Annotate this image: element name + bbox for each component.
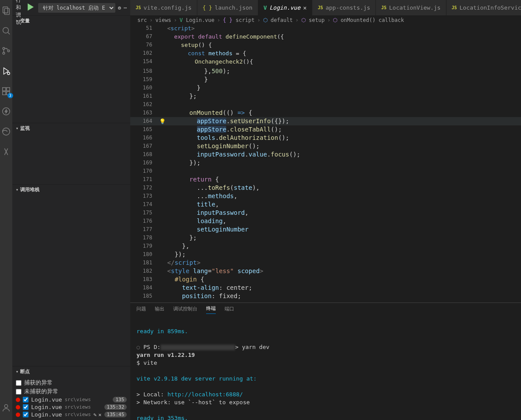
svg-point-6: [7, 50, 10, 52]
sticky-line[interactable]: 102 const methods = {: [130, 50, 521, 58]
code-line[interactable]: 173 ...methods,: [130, 192, 521, 200]
terminal[interactable]: ready in 859ms. ○ PS D:> yarn dev yarn r…: [130, 316, 521, 420]
code-line[interactable]: 163 onMounted(() => {: [130, 109, 521, 117]
code-line[interactable]: 166 tools.delAuthorization();: [130, 134, 521, 142]
code-editor[interactable]: 158 },500);159 }160 }161 };162163 onMoun…: [130, 67, 521, 303]
code-line[interactable]: 185 position: fixed;: [130, 292, 521, 300]
watch-section[interactable]: ▾监视: [12, 123, 130, 133]
close-icon[interactable]: ✕: [98, 412, 101, 418]
debug-sidebar: 运行和调试 针对 localhost 启动 E ⚙ ⋯ ▾变量 ▾监视 ▾调用堆…: [12, 0, 130, 420]
panel-tab-端口[interactable]: 端口: [225, 306, 234, 314]
breadcrumb-item[interactable]: ⬡ onMounted() callback: [333, 17, 404, 23]
extensions-icon[interactable]: 3: [0, 85, 12, 97]
callstack-section[interactable]: ▾调用堆栈: [12, 185, 130, 195]
svg-rect-0: [3, 7, 8, 13]
breakpoints-list: 捕获的异常 未捕获的异常 Login.vuesrc\views 135 Logi…: [12, 377, 130, 420]
start-debug-button[interactable]: [26, 2, 36, 13]
code-line[interactable]: 184 text-align: center;: [130, 284, 521, 292]
tab-LocationInfoService.js[interactable]: JSLocationInfoService.js: [446, 0, 521, 15]
code-line[interactable]: 171 return {: [130, 175, 521, 184]
tools-icon[interactable]: [0, 146, 12, 158]
code-line[interactable]: 172 ...toRefs(state),: [130, 184, 521, 192]
tab-Login.vue[interactable]: VLogin.vue×: [258, 0, 313, 15]
breadcrumb-item[interactable]: { } script: [223, 17, 254, 23]
sticky-line[interactable]: 76 setup() {: [130, 42, 521, 50]
code-line[interactable]: 167 setLoginNumber();: [130, 142, 521, 150]
extensions-badge: 3: [7, 93, 13, 98]
code-line[interactable]: 182<style lang="less" scoped>: [130, 267, 521, 275]
code-line[interactable]: 168 inputPassword.value.focus();: [130, 150, 521, 159]
gear-icon[interactable]: ⚙: [118, 5, 121, 11]
chevron-down-icon: ▾: [16, 187, 18, 192]
tab-launch.json[interactable]: { }launch.json: [197, 0, 258, 15]
edit-icon[interactable]: ✎: [93, 412, 96, 418]
code-line[interactable]: 180 });: [130, 250, 521, 259]
breadcrumb-item[interactable]: ⬡ default: [263, 17, 293, 23]
code-line[interactable]: 164💡 appStore.setUserInfo({});: [130, 117, 521, 125]
sticky-line[interactable]: 154 Onchangecheck2(){: [130, 58, 521, 67]
code-line[interactable]: 175 inputPassword,: [130, 209, 521, 217]
code-line[interactable]: 181</script>: [130, 259, 521, 267]
panel-tab-输出[interactable]: 输出: [155, 306, 164, 314]
panel-tab-终端[interactable]: 终端: [206, 305, 216, 314]
tab-app-consts.js[interactable]: JSapp-consts.js: [312, 0, 376, 15]
debug-header: 运行和调试 针对 localhost 启动 E ⚙ ⋯: [12, 0, 130, 15]
code-line[interactable]: 174 title,: [130, 200, 521, 209]
breakpoint-item[interactable]: Login.vuesrc\views 135:32: [16, 403, 127, 411]
code-line[interactable]: 160 }: [130, 84, 521, 92]
sticky-line[interactable]: 67 export default defineComponent({: [130, 33, 521, 42]
close-icon[interactable]: ×: [303, 4, 307, 11]
code-line[interactable]: 170: [130, 167, 521, 175]
sticky-line[interactable]: 51<script>: [130, 25, 521, 33]
panel-tab-调试控制台[interactable]: 调试控制台: [173, 306, 197, 314]
lightbulb-icon[interactable]: 💡: [159, 117, 166, 126]
uncaught-exceptions[interactable]: 未捕获的异常: [16, 387, 127, 396]
breadcrumb[interactable]: src›views›V Login.vue›{ } script›⬡ defau…: [130, 15, 521, 25]
svg-rect-8: [3, 88, 6, 91]
svg-point-14: [4, 405, 7, 408]
variables-section[interactable]: ▾变量: [12, 16, 130, 26]
account-icon[interactable]: [0, 402, 12, 414]
source-control-icon[interactable]: [0, 45, 12, 57]
code-line[interactable]: 169 });: [130, 159, 521, 167]
sticky-scroll[interactable]: 51<script>67 export default defineCompon…: [130, 25, 521, 67]
code-line[interactable]: 161 };: [130, 92, 521, 100]
code-line[interactable]: 162: [130, 100, 521, 109]
breakpoint-item[interactable]: Login.vuesrc\views ✎✕ 135:45: [16, 411, 127, 418]
svg-point-2: [3, 28, 9, 33]
breakpoint-item[interactable]: Login.vuesrc\views 135: [16, 396, 127, 403]
code-line[interactable]: 159 }: [130, 75, 521, 84]
run-debug-icon[interactable]: [0, 65, 12, 77]
code-line[interactable]: 183 #login {: [130, 275, 521, 284]
editor-area: JSvite.config.js{ }launch.jsonVLogin.vue…: [130, 0, 521, 420]
search-icon[interactable]: [0, 25, 12, 37]
caught-exceptions[interactable]: 捕获的异常: [16, 378, 127, 387]
breakpoint-dot-icon: [16, 398, 20, 402]
bottom-panel: 问题输出调试控制台终端端口 ready in 859ms. ○ PS D:> y…: [130, 303, 521, 420]
svg-line-3: [8, 32, 10, 35]
explorer-icon[interactable]: [0, 4, 12, 17]
thunder-icon[interactable]: [0, 105, 12, 117]
breadcrumb-item[interactable]: V Login.vue: [180, 17, 214, 23]
breadcrumb-item[interactable]: ⬡ setup: [301, 17, 325, 23]
code-line[interactable]: 179 },: [130, 242, 521, 250]
breakpoints-section[interactable]: ▾断点: [12, 367, 130, 377]
debug-config-select[interactable]: 针对 localhost 启动 E: [38, 3, 115, 13]
tab-LocationView.js[interactable]: JSLocationView.js: [376, 0, 446, 15]
breadcrumb-item[interactable]: views: [155, 17, 171, 23]
edge-icon[interactable]: [0, 125, 12, 138]
chevron-down-icon: ▾: [16, 126, 18, 131]
chevron-down-icon: ▾: [16, 18, 18, 23]
svg-point-13: [3, 128, 10, 135]
tab-vite.config.js[interactable]: JSvite.config.js: [130, 0, 197, 15]
code-line[interactable]: 165 appStore.closeTabAll();: [130, 125, 521, 134]
code-line[interactable]: 176 loading,: [130, 217, 521, 225]
breadcrumb-item[interactable]: src: [137, 17, 147, 23]
svg-point-4: [3, 47, 5, 50]
code-line[interactable]: 178 };: [130, 234, 521, 242]
code-line[interactable]: 177 setLoginNumber: [130, 225, 521, 234]
more-icon[interactable]: ⋯: [124, 5, 127, 11]
panel-tab-问题[interactable]: 问题: [136, 306, 146, 314]
svg-rect-1: [4, 8, 9, 14]
code-line[interactable]: 158 },500);: [130, 67, 521, 75]
